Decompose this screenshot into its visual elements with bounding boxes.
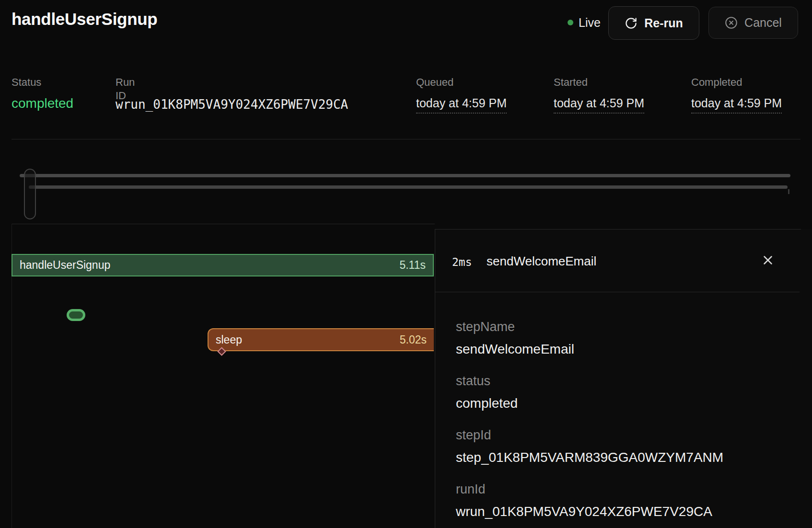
field-status-value: completed [456,395,723,412]
workflow-run-page: handleUserSignup Live Re-run Cancel Stat… [0,0,812,528]
gantt-step-pill-selected[interactable] [67,309,85,321]
panel-header-divider [435,292,800,292]
circle-x-icon [725,16,738,29]
completed-value[interactable]: today at 4:59 PM [691,96,782,114]
status-value: completed [12,96,73,111]
panel-step-title: sendWelcomeEmail [487,253,596,269]
queued-label: Queued [416,76,453,89]
rerun-button[interactable]: Re-run [608,6,699,40]
started-label: Started [554,76,588,89]
close-icon [761,253,775,267]
close-panel-button[interactable] [759,251,777,269]
gantt-bar-sleep-name: sleep [216,333,242,346]
queued-value[interactable]: today at 4:59 PM [416,96,507,114]
run-id-value: wrun_01K8PM5VA9Y024XZ6PWE7V29CA [116,97,348,112]
field-stepid-value: step_01K8PM5VARM839GGA0WZYM7ANM [456,449,723,466]
field-stepname-value: sendWelcomeEmail [456,341,723,357]
gantt-bar-workflow-duration: 5.11s [399,259,426,272]
field-status-label: status [456,373,723,389]
field-runid-label: runId [456,482,723,497]
field-stepid-label: stepId [456,427,723,443]
live-dot-icon [568,20,573,25]
gantt-bar-sleep-duration: 5.02s [400,333,427,346]
panel-step-duration: 2ms [452,255,472,269]
minimap-scrubber-handle[interactable] [24,169,36,219]
gantt-top-divider [12,224,435,224]
step-details-panel: 2ms sendWelcomeEmail stepName sendWelcom… [435,229,812,528]
rerun-button-label: Re-run [644,16,683,30]
live-indicator: Live [568,14,601,31]
cancel-button[interactable]: Cancel [708,7,798,39]
gantt-bar-workflow[interactable]: handleUserSignup 5.11s [12,254,434,276]
panel-top-border [435,229,801,230]
rotate-cw-icon [625,17,638,30]
field-stepname-label: stepName [456,319,723,334]
gantt-bar-workflow-name: handleUserSignup [20,259,110,272]
field-runid-value: wrun_01K8PM5VA9Y024XZ6PWE7V29CA [456,504,723,520]
minimap-bar-workflow [20,174,790,177]
cancel-button-label: Cancel [744,16,782,30]
status-label: Status [12,76,41,89]
started-value[interactable]: today at 4:59 PM [554,96,644,114]
panel-fields: stepName sendWelcomeEmail status complet… [456,319,723,528]
live-label: Live [579,16,601,30]
page-title: handleUserSignup [12,10,157,29]
gantt-bar-sleep[interactable]: sleep 5.02s [208,328,434,351]
header-divider [12,139,800,139]
minimap-tick [788,189,789,194]
minimap-bar-sleep [29,185,788,189]
completed-label: Completed [691,76,742,89]
